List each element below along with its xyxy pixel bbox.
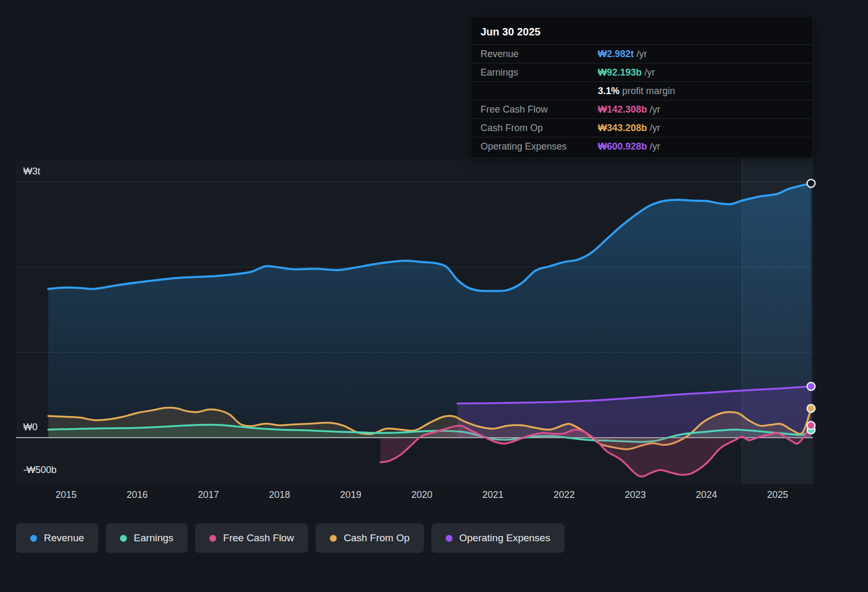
x-axis-label: 2022	[540, 489, 588, 501]
legend-operating-expenses-label: Operating Expenses	[459, 532, 550, 544]
legend-free-cash-flow[interactable]: Free Cash Flow	[195, 523, 308, 553]
free-cash-flow-dot-icon	[209, 535, 216, 542]
earnings-value: ₩92.193b	[598, 67, 642, 78]
legend-cash-from-op[interactable]: Cash From Op	[316, 523, 424, 553]
tooltip-row-cash-from-op: Cash From Op ₩343.208b /yr	[471, 118, 812, 137]
x-axis-label: 2019	[327, 489, 374, 501]
x-axis-label: 2018	[256, 489, 303, 501]
legend-cash-from-op-label: Cash From Op	[344, 532, 410, 544]
operating-expenses-dot-icon	[446, 535, 453, 542]
legend-earnings-label: Earnings	[134, 532, 173, 544]
chart-tooltip: Jun 30 2025 Revenue ₩2.982t /yr Earnings…	[470, 16, 813, 158]
chart-legend: Revenue Earnings Free Cash Flow Cash Fro…	[16, 523, 565, 553]
y-axis-label: ₩3t	[23, 166, 40, 177]
x-axis-label: 2025	[754, 489, 801, 501]
tooltip-date: Jun 30 2025	[471, 22, 812, 44]
legend-earnings[interactable]: Earnings	[106, 523, 188, 553]
y-axis-label: ₩0	[23, 422, 38, 433]
revenue-dot-icon	[30, 535, 37, 542]
x-axis-label: 2016	[114, 489, 161, 501]
tooltip-row-revenue: Revenue ₩2.982t /yr	[471, 44, 812, 63]
y-axis-label: -₩500b	[23, 465, 57, 476]
legend-operating-expenses[interactable]: Operating Expenses	[431, 523, 565, 553]
x-axis-label: 2024	[682, 489, 730, 501]
operating-expenses-value: ₩600.928b	[598, 141, 647, 152]
cash-from-op-value: ₩343.208b	[598, 123, 647, 133]
x-axis-label: 2021	[469, 489, 517, 501]
legend-revenue[interactable]: Revenue	[16, 523, 98, 553]
x-axis-label: 2023	[612, 489, 659, 501]
tooltip-row-earnings: Earnings ₩92.193b /yr	[471, 63, 812, 81]
x-axis-label: 2017	[184, 489, 232, 501]
legend-free-cash-flow-label: Free Cash Flow	[223, 532, 294, 544]
tooltip-row-profit-margin: 3.1% profit margin	[471, 81, 812, 100]
profit-margin-value: 3.1%	[598, 86, 620, 96]
legend-revenue-label: Revenue	[44, 532, 84, 544]
x-axis-label: 2020	[398, 489, 446, 501]
revenue-value: ₩2.982t	[598, 49, 634, 59]
earnings-dot-icon	[120, 535, 127, 542]
tooltip-row-free-cash-flow: Free Cash Flow ₩142.308b /yr	[471, 100, 812, 118]
free-cash-flow-value: ₩142.308b	[598, 104, 647, 115]
x-axis-label: 2015	[42, 489, 90, 501]
cash-from-op-dot-icon	[330, 535, 337, 542]
tooltip-row-operating-expenses: Operating Expenses ₩600.928b /yr	[471, 137, 812, 155]
